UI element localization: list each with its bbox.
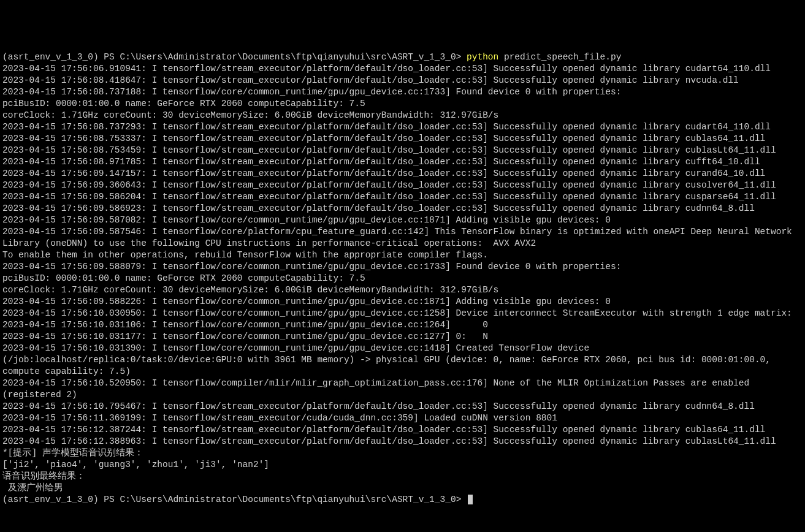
log-line: 2023-04-15 17:56:10.030950: I tensorflow… — [2, 308, 803, 319]
log-line: To enable them in other operations, rebu… — [2, 249, 803, 261]
command-python: python — [467, 52, 498, 62]
log-line: coreClock: 1.71GHz coreCount: 30 deviceM… — [2, 110, 803, 121]
log-line: pciBusID: 0000:01:00.0 name: GeForce RTX… — [2, 98, 803, 110]
log-line: 2023-04-15 17:56:09.586923: I tensorflow… — [2, 203, 803, 215]
log-line: 2023-04-15 17:56:11.369199: I tensorflow… — [2, 412, 803, 424]
log-line: 2023-04-15 17:56:06.910941: I tensorflow… — [2, 63, 803, 75]
log-line: 2023-04-15 17:56:08.737293: I tensorflow… — [2, 121, 803, 133]
log-line: 2023-04-15 17:56:08.971785: I tensorflow… — [2, 156, 803, 168]
prompt-path: C:\Users\Administrator\Documents\ftp\qia… — [120, 495, 467, 504]
log-line: 2023-04-15 17:56:09.588226: I tensorflow… — [2, 296, 803, 308]
log-line: *[提示] 声学模型语音识别结果： — [2, 447, 803, 459]
log-line: ['ji2', 'piao4', 'guang3', 'zhou1', 'ji3… — [2, 459, 803, 471]
log-line: 2023-04-15 17:56:12.388963: I tensorflow… — [2, 436, 803, 447]
prompt-env: (asrt_env_v_1_3_0) — [2, 495, 104, 504]
log-line: pciBusID: 0000:01:00.0 name: GeForce RTX… — [2, 273, 803, 284]
prompt-env: (asrt_env_v_1_3_0) — [2, 52, 104, 62]
log-line: coreClock: 1.71GHz coreCount: 30 deviceM… — [2, 284, 803, 296]
log-line: 2023-04-15 17:56:08.737188: I tensorflow… — [2, 86, 803, 98]
log-line: 2023-04-15 17:56:08.753459: I tensorflow… — [2, 145, 803, 156]
log-line: 2023-04-15 17:56:10.520950: I tensorflow… — [2, 378, 803, 401]
terminal-output[interactable]: (asrt_env_v_1_3_0) PS C:\Users\Administr… — [2, 51, 803, 506]
log-line: 2023-04-15 17:56:10.031106: I tensorflow… — [2, 319, 803, 331]
log-line: 2023-04-15 17:56:09.588079: I tensorflow… — [2, 261, 803, 273]
prompt-ps: PS — [104, 495, 120, 504]
log-line: 2023-04-15 17:56:10.031390: I tensorflow… — [2, 343, 803, 378]
log-line: 及漂广州给男 — [2, 482, 803, 494]
command-line-2: (asrt_env_v_1_3_0) PS C:\Users\Administr… — [2, 494, 803, 506]
log-line: 语音识别最终结果： — [2, 471, 803, 482]
prompt-ps: PS — [104, 52, 120, 62]
log-line: 2023-04-15 17:56:12.387244: I tensorflow… — [2, 424, 803, 436]
command-line-1: (asrt_env_v_1_3_0) PS C:\Users\Administr… — [2, 51, 803, 63]
log-line: 2023-04-15 17:56:09.360643: I tensorflow… — [2, 180, 803, 191]
cursor-icon — [468, 495, 473, 504]
log-line: 2023-04-15 17:56:09.587082: I tensorflow… — [2, 215, 803, 226]
log-line: 2023-04-15 17:56:10.795467: I tensorflow… — [2, 401, 803, 412]
prompt-path: C:\Users\Administrator\Documents\ftp\qia… — [120, 52, 467, 62]
log-line: 2023-04-15 17:56:09.587546: I tensorflow… — [2, 226, 803, 249]
log-line: 2023-04-15 17:56:08.753337: I tensorflow… — [2, 133, 803, 145]
log-line: 2023-04-15 17:56:08.418647: I tensorflow… — [2, 75, 803, 86]
log-line: 2023-04-15 17:56:10.031177: I tensorflow… — [2, 331, 803, 343]
command-arg: predict_speech_file.py — [498, 52, 621, 62]
log-line: 2023-04-15 17:56:09.586204: I tensorflow… — [2, 191, 803, 203]
log-line: 2023-04-15 17:56:09.147157: I tensorflow… — [2, 168, 803, 180]
